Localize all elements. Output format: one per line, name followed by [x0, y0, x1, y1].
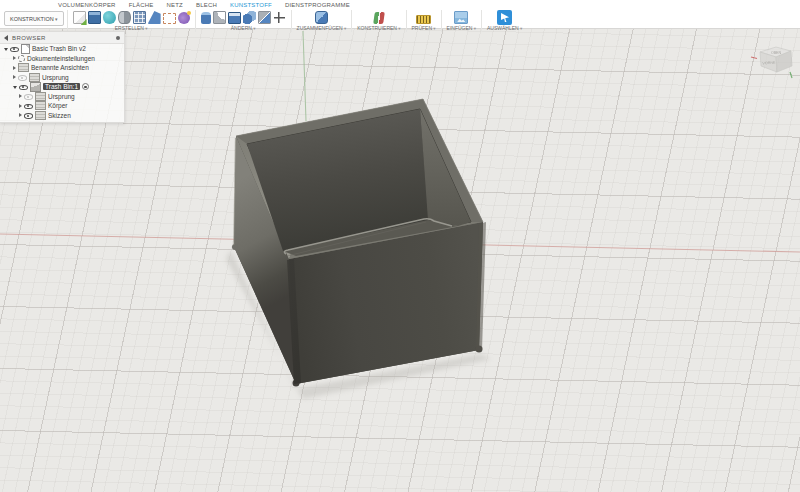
project-icon[interactable] — [163, 13, 176, 24]
expand-closed-icon[interactable] — [19, 113, 22, 117]
group-auswaehlen: AUSWÄHLEN — [487, 9, 522, 31]
combine-icon[interactable] — [243, 11, 256, 24]
folder-icon — [18, 63, 29, 72]
konstruieren-menu[interactable]: KONSTRUIEREN — [357, 25, 400, 31]
viewcube-top-label: OBEN — [771, 51, 782, 55]
expand-closed-icon[interactable] — [19, 94, 22, 98]
revolve-icon[interactable] — [118, 11, 131, 24]
tree-row-trash-bin-component[interactable]: Trash Bin:1 — [0, 82, 124, 92]
panel-settings-icon[interactable] — [116, 36, 120, 40]
pattern-icon[interactable] — [133, 11, 146, 24]
group-konstruieren: KONSTRUIEREN — [357, 9, 400, 31]
model-trash-bin[interactable] — [232, 99, 486, 387]
auswaehlen-menu[interactable]: AUSWÄHLEN — [487, 25, 522, 31]
tree-row-document[interactable]: Basic Trash Bin v2 — [0, 44, 124, 54]
group-erstellen: ERSTELLEN — [73, 9, 190, 31]
folder-icon — [35, 101, 46, 110]
ribbon-tabs: VOLUMENKÖRPER FLÄCHE NETZ BLECH KUNSTSTO… — [0, 0, 800, 9]
separator — [441, 10, 442, 32]
visibility-eye-icon[interactable] — [24, 102, 33, 109]
visibility-eye-icon[interactable] — [18, 74, 27, 81]
group-einfuegen: EINFÜGEN — [447, 9, 476, 31]
group-aendern: ÄNDERN — [201, 9, 286, 31]
construction-plane-icon[interactable] — [373, 12, 385, 24]
shell-icon[interactable] — [228, 12, 241, 24]
fillet-icon[interactable] — [213, 11, 226, 24]
expand-closed-icon[interactable] — [13, 66, 16, 70]
press-pull-icon[interactable] — [201, 12, 211, 24]
measure-icon[interactable] — [416, 15, 431, 24]
tab-volumenkoerper[interactable]: VOLUMENKÖRPER — [58, 2, 116, 8]
split-icon[interactable] — [258, 11, 271, 24]
viewcube-y-axis-icon — [790, 72, 792, 78]
separator — [67, 10, 68, 32]
expand-open-icon[interactable] — [13, 86, 17, 89]
tree-row-ursprung-root[interactable]: Ursprung — [0, 73, 124, 83]
folder-icon — [29, 73, 40, 82]
konstruktion-dropdown-button[interactable]: KONSTRUKTION — [4, 11, 64, 26]
tab-flaeche[interactable]: FLÄCHE — [129, 2, 154, 8]
separator — [406, 10, 407, 32]
tree-row-skizzen[interactable]: Skizzen — [0, 111, 124, 121]
browser-title: BROWSER — [12, 35, 116, 41]
viewcube[interactable]: OBEN VORNE — [751, 47, 792, 78]
tree-row-dokumenteinstellungen[interactable]: Dokumenteinstellungen — [0, 54, 124, 64]
visibility-eye-icon[interactable] — [19, 83, 28, 90]
group-pruefen: PRÜFEN — [412, 9, 436, 31]
move-icon[interactable] — [273, 11, 286, 24]
tree-row-benannte-ansichten[interactable]: Benannte Ansichten — [0, 63, 124, 73]
new-component-icon[interactable] — [178, 12, 190, 24]
gear-icon — [18, 55, 25, 62]
activate-component-radio[interactable] — [82, 83, 89, 90]
primitive-box-icon[interactable] — [88, 11, 101, 24]
separator — [351, 10, 352, 32]
form-icon[interactable] — [103, 11, 116, 24]
loft-icon[interactable] — [148, 11, 161, 24]
pruefen-menu[interactable]: PRÜFEN — [412, 25, 436, 31]
y-axis-line — [303, 31, 306, 121]
expand-open-icon[interactable] — [4, 48, 8, 51]
document-icon — [21, 44, 30, 54]
tab-netz[interactable]: NETZ — [167, 2, 183, 8]
tree-row-ursprung-component[interactable]: Ursprung — [0, 92, 124, 102]
collapse-panel-icon[interactable] — [4, 35, 8, 41]
toolbar: VOLUMENKÖRPER FLÄCHE NETZ BLECH KUNSTSTO… — [0, 0, 800, 29]
zusammenfuegen-menu[interactable]: ZUSAMMENFÜGEN — [297, 25, 347, 31]
separator — [195, 10, 196, 32]
create-sketch-icon[interactable] — [73, 11, 86, 24]
component-icon — [30, 82, 41, 92]
folder-icon — [35, 111, 46, 120]
aendern-menu[interactable]: ÄNDERN — [231, 25, 256, 31]
viewcube-x-axis-icon — [751, 57, 757, 59]
tab-blech[interactable]: BLECH — [196, 2, 217, 8]
insert-image-icon[interactable] — [454, 11, 468, 24]
tab-dienstprogramme[interactable]: DIENSTPROGRAMME — [285, 2, 350, 8]
group-zusammenfuegen: ZUSAMMENFÜGEN — [297, 9, 347, 31]
browser-panel: BROWSER Basic Trash Bin v2 Dokumenteinst… — [0, 31, 125, 123]
select-tool-icon[interactable] — [497, 10, 512, 25]
browser-header[interactable]: BROWSER — [0, 32, 124, 44]
visibility-eye-icon[interactable] — [24, 93, 33, 100]
separator — [481, 10, 482, 32]
einfuegen-menu[interactable]: EINFÜGEN — [447, 25, 476, 31]
tree-row-koerper[interactable]: Körper — [0, 101, 124, 111]
expand-closed-icon[interactable] — [13, 75, 16, 79]
visibility-eye-icon[interactable] — [24, 112, 33, 119]
folder-icon — [35, 92, 46, 101]
separator — [291, 10, 292, 32]
expand-closed-icon[interactable] — [19, 104, 22, 108]
expand-closed-icon[interactable] — [13, 56, 16, 60]
ribbon-icons: KONSTRUKTION ERSTELLEN — [0, 9, 800, 28]
join-icon[interactable] — [315, 11, 328, 24]
visibility-eye-icon[interactable] — [10, 45, 19, 52]
tab-kunststoff[interactable]: KUNSTSTOFF — [230, 2, 272, 8]
